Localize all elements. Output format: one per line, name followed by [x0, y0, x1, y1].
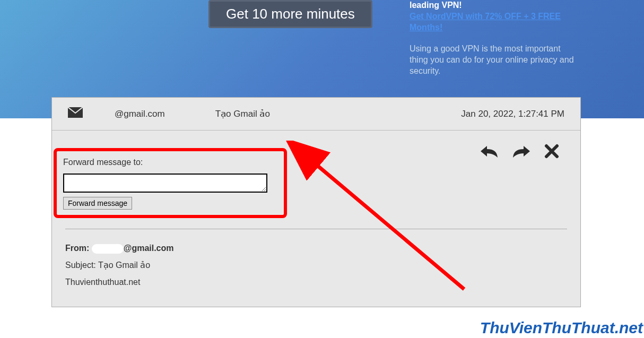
forward-label: Forward message to:: [63, 158, 277, 167]
vpn-promo: leading VPN! Get NordVPN with 72% OFF + …: [410, 0, 574, 77]
from-domain: @gmail.com: [124, 244, 174, 253]
email-header: @gmail.com Tạo Gmail ảo Jan 20, 2022, 1:…: [52, 98, 580, 131]
from-redacted: [92, 244, 124, 254]
vpn-offer-link[interactable]: Get NordVPN with 72% OFF + 3 FREE Months…: [410, 11, 574, 33]
email-body: Forward message to: Forward message From…: [52, 131, 580, 307]
from-label: From:: [65, 244, 89, 253]
forward-message-box: Forward message to: Forward message: [54, 148, 287, 218]
envelope-icon: [68, 107, 83, 120]
forward-to-input[interactable]: [63, 174, 267, 193]
message-content: Thuvienthuthuat.net: [65, 274, 567, 291]
watermark: ThuVienThuThuat.net: [480, 319, 643, 337]
forward-icon[interactable]: [512, 144, 531, 159]
reply-icon[interactable]: [480, 144, 499, 159]
get-more-minutes-button[interactable]: Get 10 more minutes: [208, 0, 372, 28]
email-header-date: Jan 20, 2022, 1:27:41 PM: [461, 109, 564, 119]
message-info: From: @gmail.com Subject: Tạo Gmail ảo T…: [65, 240, 567, 291]
divider: [65, 229, 567, 229]
email-container: @gmail.com Tạo Gmail ảo Jan 20, 2022, 1:…: [51, 97, 581, 307]
email-header-subject: Tạo Gmail ảo: [215, 108, 462, 119]
vpn-leading-text: leading VPN!: [410, 0, 574, 11]
vpn-info-text: Using a good VPN is the most important t…: [410, 44, 574, 76]
close-icon[interactable]: [544, 144, 559, 159]
email-header-from: @gmail.com: [115, 109, 165, 119]
subject-line: Subject: Tạo Gmail ảo: [65, 257, 567, 274]
forward-message-button[interactable]: Forward message: [63, 197, 132, 210]
